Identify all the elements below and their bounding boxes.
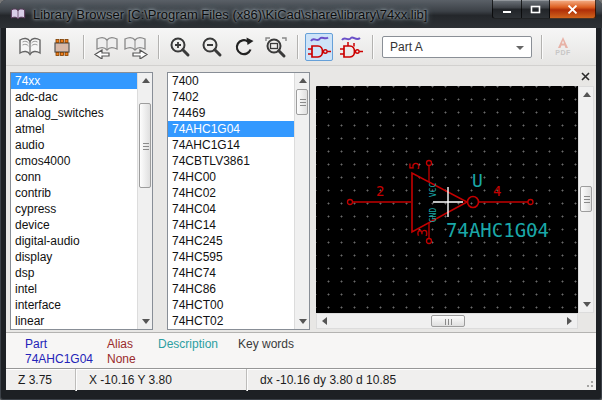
part-info-panel: Part Alias Description Key words 74AHC1G… <box>6 332 596 368</box>
close-icon <box>581 72 590 81</box>
component-item[interactable]: 74HCT02 <box>168 313 296 329</box>
book-arrow-left-icon <box>92 35 118 59</box>
component-item[interactable]: 74HC86 <box>168 281 296 297</box>
gate-convert-icon <box>338 34 364 60</box>
scroll-up-icon[interactable] <box>138 73 153 88</box>
symbol-value: 74AHC1G04 <box>446 219 549 241</box>
component-item[interactable]: 74HC04 <box>168 201 296 217</box>
info-header-part: Part <box>25 337 47 351</box>
info-value-alias: None <box>107 352 136 366</box>
library-item[interactable]: intel <box>11 281 139 297</box>
component-item[interactable]: 74HC02 <box>168 185 296 201</box>
demorgan-standard-button[interactable] <box>305 33 333 61</box>
component-item[interactable]: 74AHC1G04 <box>168 121 296 137</box>
toolbar-separator <box>372 35 373 59</box>
component-item[interactable]: 74AHC1G14 <box>168 137 296 153</box>
library-item[interactable]: dsp <box>11 265 139 281</box>
minimize-button[interactable] <box>492 0 522 19</box>
info-value-part: 74AHC1G04 <box>25 352 93 366</box>
view-component-button[interactable] <box>48 33 76 61</box>
export-pdf-button[interactable]: PDF <box>549 33 577 61</box>
zoom-out-button[interactable] <box>198 33 226 61</box>
library-item[interactable]: digital-audio <box>11 233 139 249</box>
scroll-up-icon[interactable] <box>579 87 594 102</box>
close-button[interactable] <box>550 0 596 19</box>
library-item[interactable]: linear <box>11 313 139 329</box>
scrollbar-thumb[interactable] <box>580 186 592 212</box>
toolbar-separator <box>158 35 159 59</box>
toolbar-separator <box>541 35 542 59</box>
component-item[interactable]: 7402 <box>168 89 296 105</box>
component-item[interactable]: 74469 <box>168 105 296 121</box>
scroll-left-icon[interactable] <box>317 314 332 328</box>
library-item[interactable]: conn <box>11 169 139 185</box>
resize-grip[interactable] <box>583 377 593 387</box>
close-icon <box>567 5 578 14</box>
select-library-button[interactable] <box>16 33 44 61</box>
pin-number-output: 4 <box>493 183 501 199</box>
scroll-up-icon[interactable] <box>295 73 310 88</box>
titlebar[interactable]: Library Browser [C:\Program Files (x86)\… <box>0 0 602 28</box>
scroll-down-icon[interactable] <box>138 314 153 329</box>
status-cursor-position: X -10.16 Y 3.80 <box>77 369 247 391</box>
maximize-icon <box>530 5 541 14</box>
pane-close-button[interactable] <box>577 68 593 84</box>
zoom-fit-button[interactable] <box>262 33 290 61</box>
open-book-icon <box>18 35 42 59</box>
info-header-description: Description <box>158 337 218 351</box>
chevron-down-icon <box>516 46 524 50</box>
library-item[interactable]: adc-dac <box>11 89 139 105</box>
chip-icon <box>50 35 74 59</box>
schematic-canvas[interactable]: 2 4 5 3 VCC GND U 74AHC1G04 <box>316 86 578 313</box>
previous-part-button[interactable] <box>91 33 119 61</box>
canvas-vertical-scrollbar[interactable] <box>578 86 594 313</box>
library-item[interactable]: cmos4000 <box>11 153 139 169</box>
pin-number-gnd: 3 <box>414 229 430 237</box>
component-list-scrollbar[interactable] <box>294 73 309 329</box>
scrollbar-thumb[interactable] <box>431 315 465 327</box>
app-book-icon <box>10 7 26 21</box>
component-item[interactable]: 74HCT00 <box>168 297 296 313</box>
toolbar-separator <box>297 35 298 59</box>
library-list-scrollbar[interactable] <box>137 73 152 329</box>
pdf-a-icon <box>556 37 570 49</box>
library-item[interactable]: cypress <box>11 201 139 217</box>
scroll-right-icon[interactable] <box>562 314 577 328</box>
component-item[interactable]: 74HC14 <box>168 217 296 233</box>
component-list: 7400 7402 74469 74AHC1G04 74AHC1G14 74CB… <box>167 72 310 330</box>
component-item[interactable]: 74HC245 <box>168 233 296 249</box>
part-selector-value: Part A <box>383 40 423 54</box>
info-header-keywords: Key words <box>238 337 294 351</box>
component-item[interactable]: 74HC00 <box>168 169 296 185</box>
library-item[interactable]: audio <box>11 137 139 153</box>
maximize-button[interactable] <box>522 0 550 19</box>
library-item[interactable]: display <box>11 249 139 265</box>
info-header-alias: Alias <box>107 337 133 351</box>
library-item[interactable]: contrib <box>11 185 139 201</box>
status-zoom: Z 3.75 <box>6 369 76 391</box>
pin-label-gnd: GND <box>429 208 438 223</box>
canvas-horizontal-scrollbar[interactable] <box>316 313 578 329</box>
redraw-button[interactable] <box>230 33 258 61</box>
next-part-button[interactable] <box>123 33 151 61</box>
component-item[interactable]: 74CBTLV3861 <box>168 153 296 169</box>
component-item[interactable]: 7400 <box>168 73 296 89</box>
gate-standard-icon <box>306 34 332 60</box>
scroll-down-icon[interactable] <box>579 297 594 312</box>
zoom-in-button[interactable] <box>166 33 194 61</box>
library-item[interactable]: atmel <box>11 121 139 137</box>
demorgan-convert-button[interactable] <box>337 33 365 61</box>
window-title: Library Browser [C:\Program Files (x86)\… <box>33 7 427 22</box>
library-item[interactable]: 74xx <box>11 73 139 89</box>
library-item[interactable]: device <box>11 217 139 233</box>
toolbar: Part A PDF <box>6 28 596 66</box>
scrollbar-thumb[interactable] <box>296 89 308 115</box>
library-item[interactable]: interface <box>11 297 139 313</box>
scroll-down-icon[interactable] <box>295 314 310 329</box>
library-item[interactable]: analog_switches <box>11 105 139 121</box>
part-selector-dropdown[interactable]: Part A <box>382 36 532 58</box>
component-item[interactable]: 74HC74 <box>168 265 296 281</box>
scrollbar-thumb[interactable] <box>139 103 151 188</box>
zoom-in-icon <box>168 35 192 59</box>
component-item[interactable]: 74HC595 <box>168 249 296 265</box>
